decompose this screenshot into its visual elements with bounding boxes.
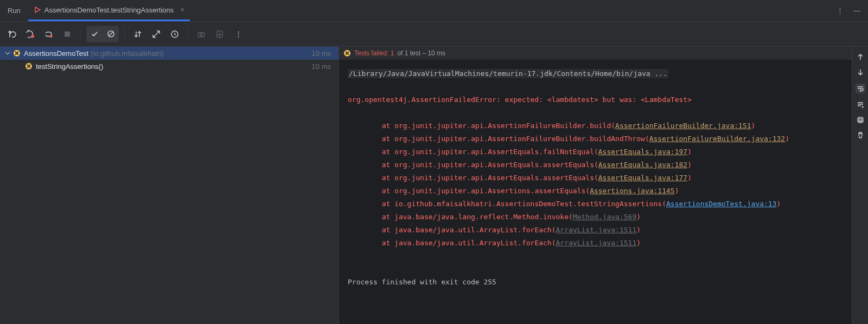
console-gutter bbox=[852, 47, 868, 324]
process-exit-line: Process finished with exit code 255 bbox=[348, 278, 496, 286]
stack-frame-link[interactable]: ArrayList.java:1511 bbox=[556, 226, 637, 234]
stack-frame-link[interactable]: AssertionFailureBuilder.java:132 bbox=[649, 135, 785, 143]
test-failed-icon bbox=[13, 49, 21, 57]
stack-frame: at java.base/java.lang.reflect.Method.in… bbox=[348, 213, 573, 221]
svg-rect-2 bbox=[65, 31, 70, 37]
test-class-name: AssertionsDemoTest bbox=[24, 49, 88, 58]
scroll-to-end-icon[interactable] bbox=[857, 101, 864, 109]
scroll-up-icon[interactable] bbox=[857, 53, 864, 61]
stack-frame: at java.base/java.util.ArrayList.forEach… bbox=[348, 239, 556, 247]
scroll-down-icon[interactable] bbox=[857, 68, 864, 76]
run-config-tab[interactable]: AssertionsDemoTest.testStringAssertions … bbox=[28, 0, 190, 21]
toolbar-separator bbox=[124, 28, 125, 40]
svg-line-4 bbox=[108, 32, 113, 36]
stack-frame-link[interactable]: AssertEquals.java:182 bbox=[598, 161, 687, 169]
minimize-icon[interactable]: — bbox=[853, 7, 860, 15]
console-output[interactable]: /Library/Java/JavaVirtualMachines/temuri… bbox=[339, 60, 868, 324]
rerun-failed-button[interactable] bbox=[23, 27, 38, 42]
java-command-line: /Library/Java/JavaVirtualMachines/temuri… bbox=[348, 69, 668, 78]
test-class-time: 10 ms bbox=[312, 49, 334, 58]
expand-all-button[interactable] bbox=[149, 27, 164, 42]
stack-frame: at org.junit.jupiter.api.AssertionFailur… bbox=[348, 122, 615, 130]
filter-group bbox=[86, 26, 119, 42]
run-tool-label: Run bbox=[0, 7, 28, 15]
screenshot-button bbox=[194, 27, 209, 42]
tests-total-info: of 1 test – 10 ms bbox=[397, 49, 445, 57]
toggle-auto-test-button[interactable] bbox=[41, 27, 56, 42]
stop-button bbox=[60, 27, 75, 42]
stack-frame: at org.junit.jupiter.api.AssertionFailur… bbox=[348, 135, 649, 143]
close-tab-icon[interactable]: × bbox=[180, 5, 184, 14]
stack-frame: at java.base/java.util.ArrayList.forEach… bbox=[348, 226, 556, 234]
test-method-time: 10 ms bbox=[312, 62, 334, 71]
test-class-package: (io.github.mfaisalkhatri) bbox=[91, 49, 163, 58]
stack-frame-link[interactable]: AssertEquals.java:197 bbox=[598, 148, 687, 156]
tab-bar: Run AssertionsDemoTest.testStringAsserti… bbox=[0, 0, 868, 22]
svg-rect-6 bbox=[198, 33, 205, 37]
stack-frame-link[interactable]: Method.java:569 bbox=[573, 213, 636, 221]
stack-frame-link[interactable]: AssertionsDemoTest.java:13 bbox=[666, 200, 777, 208]
stack-frame: at org.junit.jupiter.api.AssertEquals.as… bbox=[348, 161, 598, 169]
stack-frame-link[interactable]: AssertEquals.java:177 bbox=[598, 174, 687, 182]
run-toolbar: ⋮ bbox=[0, 22, 868, 47]
test-failed-icon bbox=[343, 49, 351, 57]
toolbar-separator bbox=[188, 28, 188, 40]
test-tree[interactable]: AssertionsDemoTest (io.github.mfaisalkha… bbox=[0, 47, 339, 324]
stack-frame: at io.github.mfaisalkhatri.AssertionsDem… bbox=[348, 200, 666, 208]
print-icon[interactable] bbox=[857, 116, 864, 124]
more-options-button[interactable]: ⋮ bbox=[231, 27, 246, 42]
assertion-error-line: org.opentest4j.AssertionFailedError: exp… bbox=[348, 96, 692, 104]
test-summary-bar: Tests failed: 1 of 1 test – 10 ms bbox=[339, 47, 868, 60]
svg-point-7 bbox=[200, 34, 202, 36]
svg-point-1 bbox=[50, 35, 53, 37]
clear-all-icon[interactable] bbox=[857, 131, 864, 139]
toolbar-separator bbox=[80, 28, 81, 40]
stack-frame: at org.junit.jupiter.api.Assertions.asse… bbox=[348, 187, 590, 195]
tab-title: AssertionsDemoTest.testStringAssertions bbox=[44, 6, 174, 14]
sort-button[interactable] bbox=[130, 27, 145, 42]
test-method-name: testStringAssertions() bbox=[36, 62, 103, 71]
stack-frame: at org.junit.jupiter.api.AssertEquals.as… bbox=[348, 174, 598, 182]
svg-point-0 bbox=[31, 35, 34, 38]
stack-frame-link[interactable]: Assertions.java:1145 bbox=[590, 187, 675, 195]
main-area: AssertionsDemoTest (io.github.mfaisalkha… bbox=[0, 47, 868, 324]
show-ignored-button[interactable] bbox=[103, 26, 119, 42]
more-vertical-icon[interactable]: ⋮ bbox=[837, 7, 844, 15]
history-button[interactable] bbox=[167, 27, 182, 42]
export-button bbox=[212, 27, 227, 42]
test-class-row[interactable]: AssertionsDemoTest (io.github.mfaisalkha… bbox=[0, 47, 339, 60]
tab-bar-actions: ⋮ — bbox=[837, 7, 868, 15]
soft-wrap-icon[interactable] bbox=[856, 84, 865, 93]
console-pane: Tests failed: 1 of 1 test – 10 ms /Libra… bbox=[339, 47, 868, 324]
test-method-row[interactable]: testStringAssertions() 10 ms bbox=[0, 60, 339, 73]
failed-config-icon bbox=[34, 6, 41, 14]
stack-frame-link[interactable]: ArrayList.java:1511 bbox=[556, 239, 637, 247]
stack-frame-link[interactable]: AssertionFailureBuilder.java:151 bbox=[615, 122, 751, 130]
chevron-down-icon[interactable] bbox=[4, 50, 13, 56]
show-passed-button[interactable] bbox=[86, 26, 103, 42]
rerun-button[interactable] bbox=[4, 27, 20, 42]
stack-frame: at org.junit.jupiter.api.AssertEquals.fa… bbox=[348, 148, 598, 156]
test-failed-icon bbox=[25, 62, 33, 70]
tests-failed-count: Tests failed: 1 bbox=[354, 49, 394, 57]
